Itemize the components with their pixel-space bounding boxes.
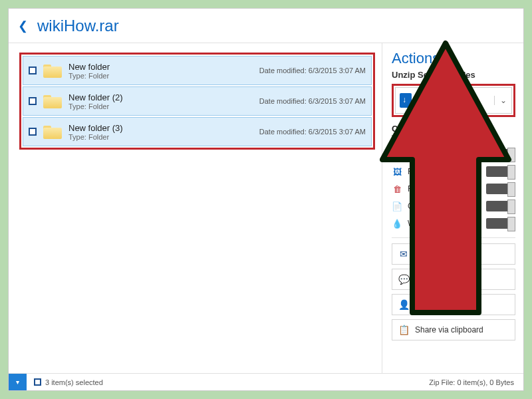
file-type: Type: Folder — [68, 72, 259, 80]
action-label: Share via clipboard — [415, 325, 483, 334]
action-icon: 📋 — [398, 325, 410, 335]
file-meta: New folderType: Folder — [68, 62, 259, 80]
toggle-icon: 📄 — [392, 201, 402, 211]
file-list-pane: New folderType: FolderDate modified: 6/3… — [9, 43, 382, 373]
file-list-highlight: New folderType: FolderDate modified: 6/3… — [19, 53, 375, 150]
file-meta: New folder (3)Type: Folder — [68, 123, 259, 141]
file-name: New folder — [68, 62, 259, 72]
toggle-row[interactable]: 💧Watermark — [392, 215, 515, 232]
unzip-icon — [400, 93, 412, 108]
toggle-label: Reduce Photos — [408, 167, 486, 176]
file-checkbox[interactable] — [29, 128, 37, 136]
action-label: Social Media — [415, 300, 461, 309]
toggle-icon: 🔒 — [392, 149, 402, 160]
convert-hint: When adding files to this zip: — [392, 134, 515, 142]
toggle-icon: 💧 — [392, 218, 402, 229]
action-icon: 💬 — [398, 274, 410, 285]
file-row[interactable]: New folderType: FolderDate modified: 6/3… — [23, 56, 372, 85]
unzip-section-label: Unzip Selected Files — [392, 70, 515, 80]
action-icon: ✉ — [398, 249, 410, 259]
status-zip-info: Zip File: 0 item(s), 0 Bytes — [429, 378, 514, 386]
body: New folderType: FolderDate modified: 6/3… — [9, 43, 523, 373]
header-bar: ❮ wikiHow.rar — [9, 9, 523, 43]
convert-title: Convert & Protect Files — [392, 124, 515, 134]
back-chevron-icon[interactable]: ❮ — [18, 19, 28, 33]
file-type: Type: Folder — [68, 102, 259, 110]
file-date: Date modified: 6/3/2015 3:07 AM — [259, 97, 366, 105]
unzip-path: C:\Users\...\wikiHow — [416, 102, 475, 109]
toggle-row[interactable]: 🗑Remove Info — [392, 180, 515, 198]
toggle-row[interactable]: 📄Convert to PDF — [392, 198, 515, 215]
status-selected: 3 item(s) selected — [45, 378, 103, 386]
toggle-icon: 🗑 — [392, 184, 402, 194]
app-window: ❮ wikiHow.rar New folderType: FolderDate… — [8, 8, 524, 391]
file-row[interactable]: New folder (3)Type: FolderDate modified:… — [23, 117, 372, 146]
toggle-row[interactable]: 🖼Reduce Photos — [392, 163, 515, 180]
action-label: Instant Message — [415, 275, 473, 284]
toggle-row[interactable]: 🔒Encrypt — [392, 146, 515, 163]
archive-title: wikiHow.rar — [37, 17, 119, 35]
sidebar-title: Actions — [392, 50, 515, 67]
file-row[interactable]: New folder (2)Type: FolderDate modified:… — [23, 86, 372, 116]
folder-icon — [43, 63, 62, 78]
unzip-dropdown[interactable]: ⌄ — [494, 96, 511, 105]
status-bar: ▾ 3 item(s) selected Zip File: 0 item(s)… — [9, 373, 523, 390]
share-action[interactable]: ✉Email — [392, 243, 515, 265]
file-date: Date modified: 6/3/2015 3:07 AM — [259, 66, 366, 74]
toggle-label: Remove Info — [408, 184, 486, 194]
divider — [392, 237, 515, 238]
toggle-switch[interactable] — [486, 184, 515, 194]
file-checkbox[interactable] — [29, 97, 37, 105]
unzip-highlight: Unzip to: C:\Users\...\wikiHow ⌄ — [392, 84, 515, 117]
toggle-switch[interactable] — [486, 201, 515, 211]
file-checkbox[interactable] — [29, 66, 37, 74]
toggle-switch[interactable] — [486, 149, 515, 160]
toggle-switch[interactable] — [486, 166, 515, 177]
actions-sidebar: Actions Unzip Selected Files Unzip to: C… — [382, 43, 523, 373]
status-dropdown[interactable]: ▾ — [9, 374, 27, 390]
file-name: New folder (2) — [68, 92, 259, 102]
file-type: Type: Folder — [68, 133, 259, 141]
action-icon: 👤 — [398, 299, 410, 310]
folder-icon — [43, 94, 62, 108]
toggle-label: Encrypt — [408, 150, 486, 159]
folder-icon — [43, 124, 62, 139]
action-label: Email — [415, 249, 435, 259]
toggle-switch[interactable] — [486, 218, 515, 229]
file-meta: New folder (2)Type: Folder — [68, 92, 259, 110]
unzip-main[interactable]: Unzip to: C:\Users\...\wikiHow — [396, 92, 494, 109]
toggle-icon: 🖼 — [392, 166, 402, 177]
file-name: New folder (3) — [68, 123, 259, 133]
unzip-to-button[interactable]: Unzip to: C:\Users\...\wikiHow ⌄ — [395, 87, 512, 114]
file-date: Date modified: 6/3/2015 3:07 AM — [259, 128, 366, 136]
toggle-label: Convert to PDF — [408, 201, 486, 211]
share-action[interactable]: 💬Instant Message — [392, 269, 515, 290]
share-action[interactable]: 👤Social Media — [392, 294, 515, 315]
toggle-label: Watermark — [408, 219, 486, 228]
unzip-label: Unzip to: — [416, 92, 475, 102]
status-checkbox[interactable] — [34, 378, 41, 386]
share-action[interactable]: 📋Share via clipboard — [392, 319, 515, 340]
